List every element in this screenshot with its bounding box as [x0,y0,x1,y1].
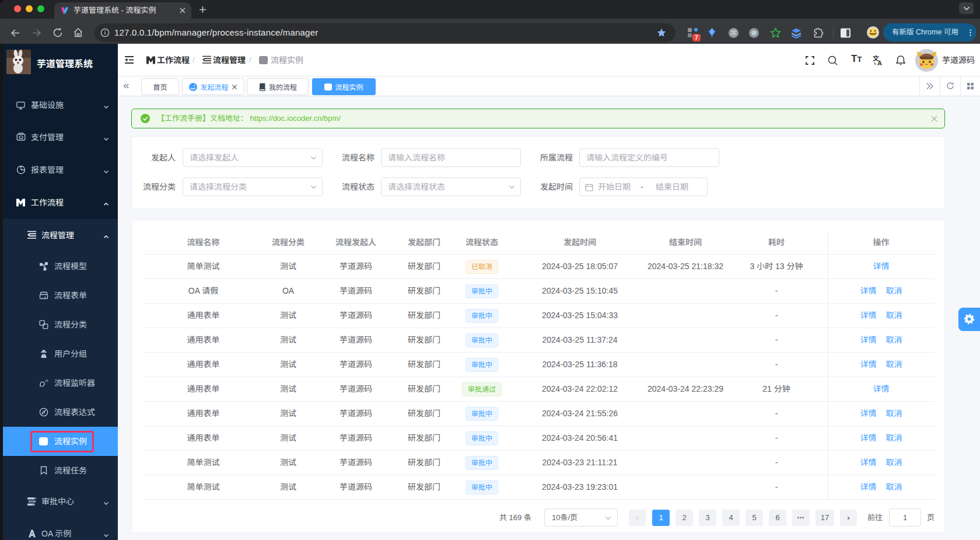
svg-text:A: A [877,60,882,66]
